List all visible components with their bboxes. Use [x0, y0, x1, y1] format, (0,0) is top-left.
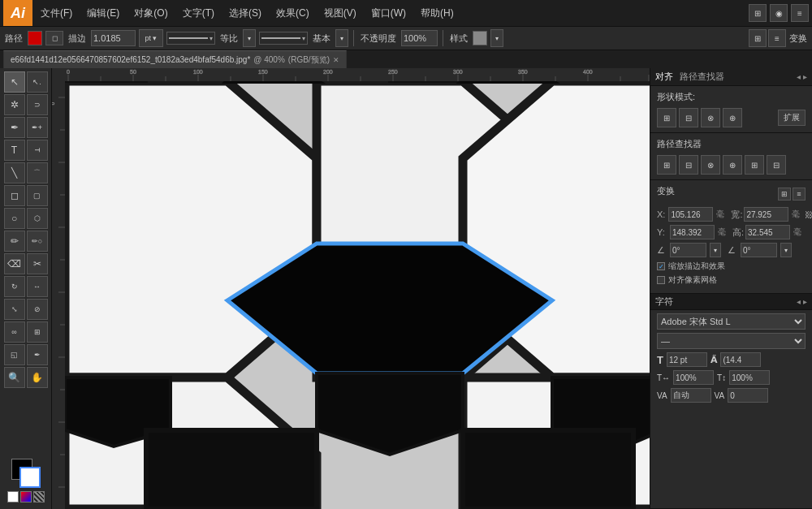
- tool-magic-wand[interactable]: ✲: [4, 94, 25, 115]
- panel-toggle-1[interactable]: ⊞: [749, 4, 767, 22]
- angle-input[interactable]: [670, 243, 706, 257]
- pf-btn-4[interactable]: ⊕: [723, 155, 742, 175]
- menu-effect[interactable]: 效果(C): [270, 3, 316, 24]
- v-scale-input[interactable]: [729, 370, 770, 385]
- transform-link-btn[interactable]: ⊞: [778, 188, 791, 201]
- tracking-input[interactable]: [671, 388, 711, 403]
- tool-polygon[interactable]: ⬡: [27, 208, 48, 229]
- tool-gradient[interactable]: ◱: [4, 344, 25, 365]
- transform-btn[interactable]: ⊞: [749, 29, 767, 47]
- tool-select[interactable]: ↖: [4, 71, 25, 93]
- x-input[interactable]: [668, 207, 713, 222]
- opacity-input[interactable]: [401, 30, 438, 46]
- style-dropdown[interactable]: ▾: [335, 29, 348, 47]
- gradient-swatch[interactable]: [20, 491, 32, 503]
- shear-dropdown[interactable]: ▾: [780, 243, 792, 257]
- tool-scale[interactable]: ⤡: [4, 299, 25, 320]
- tab-pathfinder[interactable]: 路径查找器: [680, 71, 724, 83]
- tool-arc[interactable]: ⌒: [27, 162, 48, 183]
- stroke-swatch[interactable]: [19, 467, 41, 488]
- shape-btn-intersect[interactable]: ⊗: [701, 108, 720, 127]
- tool-blend[interactable]: ∞: [4, 321, 25, 343]
- tool-add-anchor[interactable]: ✒+: [27, 117, 48, 138]
- tool-paintbrush[interactable]: ✏: [4, 231, 25, 252]
- panel-toggle-3[interactable]: ≡: [791, 4, 809, 22]
- tool-eyedropper[interactable]: ✒: [27, 344, 48, 365]
- y-input[interactable]: [670, 225, 715, 239]
- tool-rotate[interactable]: ↻: [4, 276, 25, 297]
- width-input[interactable]: [744, 207, 788, 222]
- tool-rect[interactable]: ◻: [4, 185, 25, 206]
- leading-input[interactable]: [720, 352, 761, 367]
- pf-btn-3[interactable]: ⊗: [701, 155, 720, 175]
- expand-btn[interactable]: 扩展: [778, 110, 806, 126]
- pf-btn-1[interactable]: ⊞: [657, 155, 676, 175]
- font-select[interactable]: Adobe 宋体 Std L: [657, 313, 806, 330]
- shape-btn-exclude[interactable]: ⊕: [723, 108, 742, 127]
- tool-eraser[interactable]: ⌫: [4, 253, 25, 274]
- menu-view[interactable]: 视图(V): [317, 3, 363, 24]
- font-size-input[interactable]: [667, 352, 707, 367]
- stroke-width-unit[interactable]: pt ▾: [139, 29, 163, 47]
- tool-zoom[interactable]: 🔍: [4, 367, 25, 388]
- style-preview[interactable]: ▾: [259, 32, 308, 45]
- pf-btn-2[interactable]: ⊟: [679, 155, 698, 175]
- transform-chain-icon[interactable]: ⛓: [805, 210, 812, 219]
- none-fill-btn[interactable]: [7, 491, 19, 503]
- tool-shear[interactable]: ⊘: [27, 299, 48, 320]
- stroke-width-input[interactable]: [91, 30, 136, 46]
- shape-btn-unite[interactable]: ⊞: [657, 108, 676, 127]
- shape-btn-minus[interactable]: ⊟: [679, 108, 698, 127]
- angle-dropdown[interactable]: ▾: [710, 243, 721, 257]
- stroke-style-preview[interactable]: ▾: [166, 32, 215, 45]
- tool-hand[interactable]: ✋: [27, 367, 48, 388]
- menu-file[interactable]: 文件(F): [34, 3, 79, 24]
- tab-close-btn[interactable]: ✕: [333, 56, 339, 64]
- tool-blob-brush[interactable]: ✏○: [27, 231, 48, 252]
- panel-arrows[interactable]: ◂ ▸: [797, 72, 807, 81]
- stroke-type-btn[interactable]: ◻: [45, 31, 63, 45]
- tool-reflect[interactable]: ↔: [27, 276, 48, 297]
- h-scale-input[interactable]: [673, 370, 714, 385]
- align-pixel-checkbox[interactable]: [657, 276, 665, 284]
- char-panel-arrows[interactable]: ◂ ▸: [797, 297, 807, 306]
- transform-options-btn[interactable]: ≡: [793, 188, 806, 201]
- font-style-select[interactable]: —: [657, 333, 806, 349]
- panel-toggle-2[interactable]: ◉: [770, 4, 788, 22]
- tab-zoom: @ 400%: [253, 55, 285, 64]
- height-input[interactable]: [745, 225, 790, 239]
- tool-mesh[interactable]: ⊞: [27, 321, 48, 343]
- tool-pen[interactable]: ✒: [4, 117, 25, 138]
- menu-object[interactable]: 对象(O): [127, 3, 174, 24]
- canvas-area[interactable]: 0 50 100 150 200 250 300 350 400: [52, 68, 650, 509]
- stroke-color-btn[interactable]: [28, 31, 42, 45]
- pattern-swatch[interactable]: [33, 491, 45, 503]
- tool-line[interactable]: ╲: [4, 162, 25, 183]
- scale-mode-dropdown[interactable]: ▾: [243, 29, 256, 47]
- menu-window[interactable]: 窗口(W): [365, 3, 412, 24]
- style-dropdown2[interactable]: ▾: [490, 29, 503, 47]
- more-btn[interactable]: ≡: [768, 29, 786, 47]
- shear-input[interactable]: [741, 243, 777, 257]
- scale-stroke-checkbox-row: 缩放描边和效果: [657, 261, 806, 272]
- file-tab[interactable]: e66fd1441d12e0566470857602ef6152_t0182a3…: [3, 50, 347, 68]
- tool-type-vertical[interactable]: T: [27, 140, 48, 161]
- menu-edit[interactable]: 编辑(E): [80, 3, 126, 24]
- tool-ellipse[interactable]: ○: [4, 208, 25, 229]
- menu-help[interactable]: 帮助(H): [414, 3, 460, 24]
- soccer-canvas-svg[interactable]: [65, 81, 650, 509]
- menu-text[interactable]: 文字(T): [176, 3, 221, 24]
- scale-stroke-checkbox[interactable]: [657, 262, 665, 270]
- style-color-btn[interactable]: [473, 31, 487, 45]
- tool-lasso[interactable]: ⊃: [27, 94, 48, 115]
- tool-rounded-rect[interactable]: ▢: [27, 185, 48, 206]
- pf-btn-6[interactable]: ⊟: [767, 155, 786, 175]
- kerning-input[interactable]: [728, 388, 768, 403]
- tab-align[interactable]: 对齐: [655, 71, 673, 83]
- menu-select[interactable]: 选择(S): [222, 3, 268, 24]
- tool-type[interactable]: T: [4, 140, 25, 161]
- tool-direct-select[interactable]: ↖.: [27, 71, 48, 93]
- tool-scissors[interactable]: ✂: [27, 253, 48, 274]
- pf-btn-5[interactable]: ⊞: [745, 155, 764, 175]
- align-pixel-label: 对齐像素网格: [668, 274, 717, 286]
